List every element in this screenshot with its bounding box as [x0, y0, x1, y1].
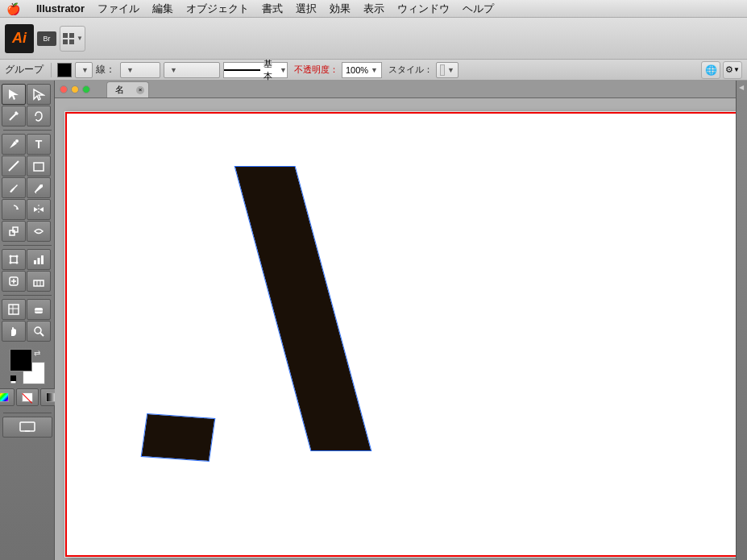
svg-point-17: [10, 255, 12, 258]
stroke-label: 線：: [96, 63, 115, 77]
default-colors-icon[interactable]: [10, 375, 19, 384]
svg-rect-39: [20, 422, 35, 431]
menu-window[interactable]: ウィンドウ: [397, 2, 450, 16]
main-area: T: [0, 81, 747, 560]
chart-tool[interactable]: [27, 249, 51, 270]
document-canvas[interactable]: [61, 98, 736, 558]
tool-sep-3: [3, 295, 52, 296]
options-bar: グループ ▼ 線： ▼ ▼ 基本 ▼ 不透明度： 100% ▼ スタイル： ▼ …: [0, 60, 747, 81]
swap-colors-icon[interactable]: ⇄: [34, 349, 45, 360]
tool-row-brush: [2, 177, 52, 198]
none-mode-button[interactable]: [16, 388, 39, 406]
workspace-switcher[interactable]: ▼: [60, 26, 85, 52]
tool-row-screen: [2, 417, 52, 438]
settings-button[interactable]: ⚙ ▼: [723, 61, 742, 79]
pencil-tool[interactable]: [27, 177, 51, 198]
screen-mode-button[interactable]: [2, 417, 52, 438]
type-tool[interactable]: T: [27, 134, 51, 155]
grid-icon: [62, 32, 75, 45]
zoom-tool[interactable]: [27, 321, 51, 342]
opacity-input[interactable]: 100% ▼: [342, 62, 382, 78]
column-graph-tool[interactable]: [27, 271, 51, 292]
menu-edit[interactable]: 編集: [152, 2, 173, 16]
tab-bar: 名 ×: [55, 81, 736, 98]
paintbrush-icon: [7, 181, 20, 194]
rect-tool[interactable]: [27, 156, 51, 176]
maximize-button[interactable]: [82, 85, 90, 93]
menu-effect[interactable]: 効果: [330, 2, 351, 16]
rotate-tool[interactable]: [2, 199, 26, 220]
stroke-weight-dropdown[interactable]: ▼: [120, 62, 160, 78]
svg-rect-30: [9, 305, 19, 314]
line-tool[interactable]: [2, 156, 26, 176]
svg-marker-4: [9, 89, 19, 100]
eraser-tool[interactable]: [27, 299, 51, 320]
fill-dropdown[interactable]: ▼: [75, 62, 93, 78]
tool-row-graph: [2, 249, 52, 270]
app-menu-illustrator[interactable]: Illustrator: [36, 2, 85, 15]
menu-bar: 🍎 Illustrator ファイル 編集 オブジェクト 書式 選択 効果 表示…: [0, 0, 747, 18]
svg-rect-14: [10, 230, 15, 235]
stroke-preview: 基本 ▼: [223, 62, 288, 78]
rotate-icon: [7, 203, 20, 216]
slash-shape[interactable]: [235, 167, 371, 450]
scale-tool[interactable]: [2, 221, 26, 242]
pen-tool[interactable]: [2, 134, 26, 155]
menu-help[interactable]: ヘルプ: [463, 2, 494, 16]
apple-menu[interactable]: 🍎: [6, 2, 20, 15]
menu-file[interactable]: ファイル: [98, 2, 139, 16]
tool-row-magic: [2, 106, 52, 127]
menu-select[interactable]: 選択: [296, 2, 317, 16]
menu-view[interactable]: 表示: [363, 2, 384, 16]
warp-tool[interactable]: [27, 221, 51, 242]
tab-close-button[interactable]: ×: [136, 86, 144, 94]
group-label: グループ: [5, 63, 44, 77]
svg-point-8: [15, 139, 19, 143]
svg-marker-5: [34, 89, 44, 100]
foreground-color-swatch[interactable]: [10, 349, 32, 371]
line-icon: [7, 160, 20, 172]
tool-row-symbol: [2, 271, 52, 292]
ai-logo: Ai: [5, 24, 34, 53]
stroke-style-dropdown[interactable]: ▼: [164, 62, 220, 78]
svg-rect-3: [69, 39, 74, 44]
svg-rect-0: [63, 33, 68, 38]
slice-tool[interactable]: [2, 299, 26, 320]
stroke-style-arrow: ▼: [170, 66, 177, 74]
svg-rect-23: [41, 255, 44, 264]
hand-tool[interactable]: [2, 321, 26, 342]
selection-tool[interactable]: [2, 84, 26, 105]
reflect-tool[interactable]: [27, 199, 51, 220]
fill-swatch[interactable]: [57, 63, 72, 77]
svg-line-36: [40, 333, 44, 336]
document-tab[interactable]: 名 ×: [106, 81, 149, 97]
svg-rect-1: [69, 33, 74, 38]
menu-object[interactable]: オブジェクト: [186, 2, 249, 16]
free-transform-tool[interactable]: [2, 249, 26, 270]
direct-selection-tool[interactable]: [27, 84, 51, 105]
menu-format[interactable]: 書式: [262, 2, 283, 16]
style-dropdown[interactable]: ▼: [436, 62, 459, 78]
svg-rect-16: [10, 256, 17, 263]
svg-point-18: [16, 255, 19, 258]
minimize-button[interactable]: [71, 85, 79, 93]
panel-collapse-arrow[interactable]: ◀: [739, 84, 745, 90]
artboard[interactable]: [64, 111, 736, 558]
color-mode-button[interactable]: [0, 388, 15, 406]
magic-wand-tool[interactable]: [2, 106, 26, 127]
symbol-tool[interactable]: [2, 271, 26, 292]
slice-icon: [7, 303, 20, 316]
right-panel: ◀: [736, 81, 747, 560]
tool-row-line: [2, 156, 52, 176]
pen-icon: [7, 138, 20, 151]
canvas-area[interactable]: 名 ×: [55, 81, 736, 560]
separator: [51, 63, 52, 77]
lasso-tool[interactable]: [27, 106, 51, 127]
dot-shape[interactable]: [142, 414, 214, 461]
color-mode-row: [0, 388, 63, 406]
lasso-icon: [32, 110, 45, 122]
globe-button[interactable]: 🌐: [701, 61, 720, 79]
br-badge[interactable]: Br: [37, 31, 56, 46]
paintbrush-tool[interactable]: [2, 177, 26, 198]
close-button[interactable]: [60, 85, 68, 93]
